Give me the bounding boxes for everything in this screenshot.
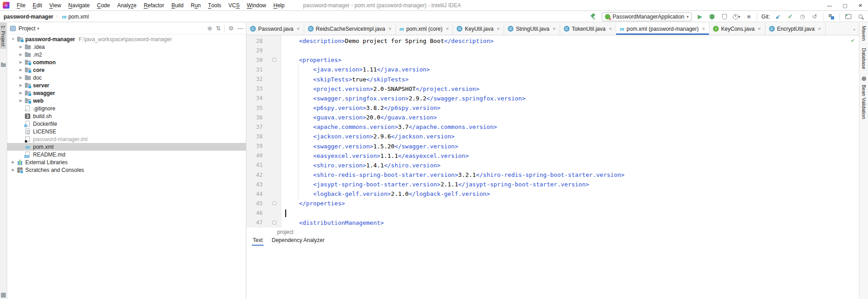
code-line[interactable]: 29 (246, 46, 859, 55)
tree-item-core[interactable]: ▶core (7, 66, 246, 74)
tree-item-doc[interactable]: ▶doc (7, 74, 246, 81)
tool-window-tab-bean-validation[interactable]: Bean Validation (861, 85, 867, 119)
editor-tab-keyutil-java[interactable]: CKeyUtil.java✕ (453, 23, 504, 35)
menu-item-tools[interactable]: Tools (204, 0, 225, 11)
code-line[interactable]: 30 <properties> (246, 55, 859, 65)
tree-item--idea[interactable]: ▶.idea (7, 43, 246, 51)
fold-marker-icon[interactable] (273, 58, 276, 62)
menu-item-navigate[interactable]: Navigate (65, 0, 93, 11)
code-line[interactable]: 41 <shiro.version>1.4.1</shiro.version> (246, 161, 859, 170)
search-icon[interactable] (856, 13, 864, 21)
menu-item-help[interactable]: Help (270, 0, 288, 11)
tree-item-web[interactable]: ▶web (7, 97, 246, 104)
close-icon[interactable]: ✕ (758, 27, 761, 31)
build-hammer-icon[interactable] (590, 13, 598, 21)
bottom-stripe-icon[interactable] (1, 293, 6, 298)
chevron-right-icon[interactable]: ▶ (18, 68, 24, 72)
debug-button[interactable] (708, 13, 716, 21)
tree-item-dockerfile[interactable]: Dockerfile (7, 120, 246, 128)
terminal-icon[interactable] (844, 13, 852, 21)
tree-item-common[interactable]: ▶common (7, 58, 246, 66)
editor-tab-encryptutil-java[interactable]: CEncryptUtil.java✕ (765, 23, 826, 35)
close-icon[interactable]: ✕ (297, 27, 300, 31)
code-line[interactable]: 42 <shiro-redis-spring-boot-starter.vers… (246, 170, 859, 180)
chevron-right-icon[interactable]: ▶ (18, 83, 24, 87)
close-icon[interactable]: ✕ (818, 27, 821, 31)
minimize-button[interactable]: — (822, 0, 837, 11)
breadcrumb-project[interactable]: password-manager (4, 14, 53, 20)
code-line[interactable]: 46 (246, 209, 859, 218)
vcs-update-button[interactable]: ↙ (774, 13, 782, 21)
code-line[interactable]: 35 <p6spy.version>3.8.2</p6spy.version> (246, 103, 859, 113)
tree-item-server[interactable]: ▶server (7, 81, 246, 89)
fold-marker-icon[interactable] (273, 201, 276, 205)
code-line[interactable]: 45 </properties> (246, 199, 859, 208)
stop-button[interactable]: ■ (745, 13, 753, 21)
tree-item-password-manager-iml[interactable]: password-manager.iml (7, 135, 246, 143)
chevron-right-icon[interactable]: ▶ (18, 76, 24, 80)
tree-item-license[interactable]: LICENSE (7, 128, 246, 135)
tool-stripe-icon[interactable] (862, 76, 866, 81)
bottom-tab-text[interactable]: Text (252, 236, 264, 246)
tool-window-tab-project[interactable]: 1: Project (0, 23, 6, 49)
bottom-tab-dependency-analyzer[interactable]: Dependency Analyzer (271, 236, 326, 245)
breadcrumb-item-project[interactable]: project (277, 229, 293, 235)
tree-item-external-libraries[interactable]: ▶External Libraries (7, 158, 246, 166)
menu-item-run[interactable]: Run (187, 0, 204, 11)
hide-panel-icon[interactable]: — (237, 25, 243, 32)
close-button[interactable]: ✕ (853, 0, 868, 11)
gear-icon[interactable]: ⚙ (228, 25, 234, 32)
editor-tab-tokenutil-java[interactable]: CTokenUtil.java✕ (560, 23, 616, 35)
code-line[interactable]: 44 <logback-gelf.version>2.1.0</logback-… (246, 189, 859, 199)
code-line[interactable]: 38 <jackson.version>2.9.6</jackson.versi… (246, 132, 859, 141)
code-line[interactable]: 47 <distributionManagement> (246, 218, 859, 228)
tree-item-readme-md[interactable]: README.md (7, 151, 246, 158)
structure-icon[interactable] (827, 13, 835, 21)
code-line[interactable]: 39 <swagger.version>1.5.20</swagger.vers… (246, 142, 859, 151)
editor-tab-keycons-java[interactable]: IKeyCons.java✕ (709, 23, 765, 35)
chevron-right-icon[interactable]: ▶ (18, 60, 24, 64)
run-configuration-select[interactable]: PasswordManagerApplication ▾ (602, 12, 692, 21)
chevron-right-icon[interactable]: ▶ (10, 160, 16, 164)
collapse-all-icon[interactable]: ⇅ (216, 25, 221, 32)
coverage-button[interactable] (720, 13, 728, 21)
code-line[interactable]: 28 <description>Demo project for Spring … (246, 36, 859, 46)
favorites-icon[interactable] (1, 63, 6, 67)
menu-item-view[interactable]: View (46, 0, 65, 11)
menu-item-window[interactable]: Window (243, 0, 270, 11)
tree-item-swagger[interactable]: ▶swagger (7, 89, 246, 97)
rollback-button[interactable]: ↺ (811, 13, 819, 21)
editor-tab-pom-xml-core-[interactable]: mpom.xml (core)✕ (396, 23, 453, 35)
code-line[interactable]: 40 <easyexcel.version>1.1.1</easyexcel.v… (246, 151, 859, 161)
code-editor[interactable]: 28 <description>Demo project for Spring … (246, 35, 859, 228)
menu-item-build[interactable]: Build (168, 0, 187, 11)
tool-window-tab-maven[interactable]: Maven (861, 26, 867, 41)
close-icon[interactable]: ✕ (497, 27, 500, 31)
chevron-right-icon[interactable]: ▶ (18, 91, 24, 95)
code-line[interactable]: 31 <java.version>1.11</java.version> (246, 65, 859, 74)
inspections-ok-icon[interactable]: ✔ (851, 37, 854, 43)
close-icon[interactable]: ✕ (446, 27, 449, 31)
menu-item-refactor[interactable]: Refactor (140, 0, 168, 11)
tree-item--m2[interactable]: ▶.m2 (7, 51, 246, 58)
chevron-right-icon[interactable]: ▶ (10, 168, 16, 172)
close-icon[interactable]: ✕ (702, 27, 705, 31)
tool-window-tab-database[interactable]: Database (861, 48, 867, 69)
menu-item-vcs[interactable]: VCS (225, 0, 243, 11)
menu-item-file[interactable]: File (13, 0, 29, 11)
chevron-right-icon[interactable]: ▶ (18, 45, 24, 49)
project-panel-title[interactable]: Project (19, 25, 35, 32)
tree-item-password-manager[interactable]: ▼password-managerF:\java_workspace\passw… (7, 35, 246, 43)
editor-tab-stringutil-java[interactable]: CStringUtil.java✕ (504, 23, 560, 35)
menu-item-analyze[interactable]: Analyze (113, 0, 140, 11)
tree-item-scratches-and-consoles[interactable]: ▶»Scratches and Consoles (7, 166, 246, 174)
editor-tab-pom-xml-password-manager-[interactable]: mpom.xml (password-manager)✕ (616, 23, 709, 35)
maximize-button[interactable]: ▢ (837, 0, 853, 11)
tree-item-build-sh[interactable]: ❯build.sh (7, 112, 246, 120)
code-line[interactable]: 36 <guava.version>20.0</guava.version> (246, 113, 859, 122)
chevron-down-icon[interactable]: ▼ (10, 37, 16, 41)
editor-tab-reidscacheserviceimpl-java[interactable]: CReidsCacheServiceImpl.java✕ (304, 23, 396, 35)
profiler-button[interactable]: ▾ (732, 13, 741, 21)
close-icon[interactable]: ✕ (609, 27, 612, 31)
breadcrumb-file[interactable]: pom.xml (68, 14, 89, 20)
